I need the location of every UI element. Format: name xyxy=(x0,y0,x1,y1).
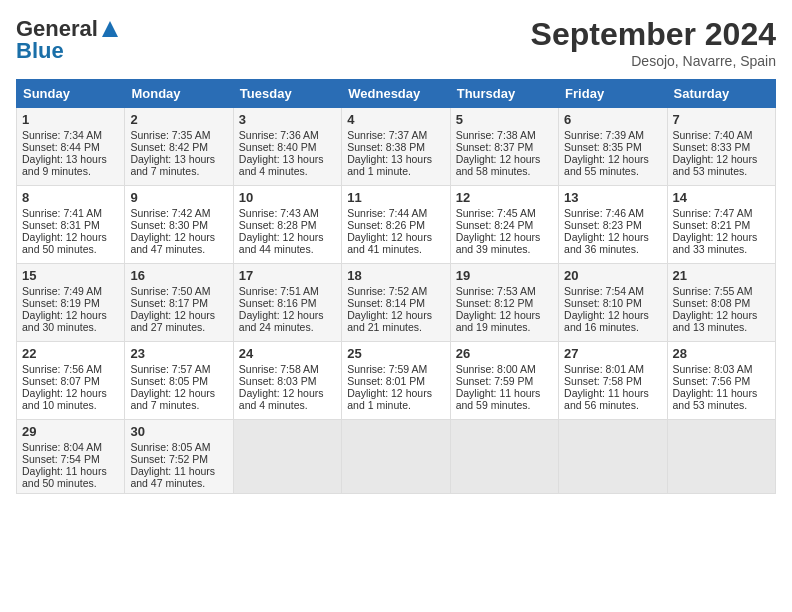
sunrise-text: Sunrise: 8:04 AM xyxy=(22,441,102,453)
day-number: 18 xyxy=(347,268,444,283)
sunrise-text: Sunrise: 7:53 AM xyxy=(456,285,536,297)
daylight-text: Daylight: 12 hours and 19 minutes. xyxy=(456,309,541,333)
daylight-text: Daylight: 12 hours and 4 minutes. xyxy=(239,387,324,411)
sunset-text: Sunset: 8:01 PM xyxy=(347,375,425,387)
calendar-header: General Blue September 2024 Desojo, Nava… xyxy=(16,16,776,69)
day-number: 8 xyxy=(22,190,119,205)
day-number: 14 xyxy=(673,190,770,205)
sunset-text: Sunset: 8:42 PM xyxy=(130,141,208,153)
sunrise-text: Sunrise: 7:39 AM xyxy=(564,129,644,141)
daylight-text: Daylight: 12 hours and 47 minutes. xyxy=(130,231,215,255)
sunrise-text: Sunrise: 7:35 AM xyxy=(130,129,210,141)
sunrise-text: Sunrise: 7:44 AM xyxy=(347,207,427,219)
sunrise-text: Sunrise: 7:55 AM xyxy=(673,285,753,297)
sunrise-text: Sunrise: 7:43 AM xyxy=(239,207,319,219)
sunset-text: Sunset: 8:03 PM xyxy=(239,375,317,387)
col-monday: Monday xyxy=(125,80,233,108)
sunset-text: Sunset: 8:05 PM xyxy=(130,375,208,387)
daylight-text: Daylight: 12 hours and 53 minutes. xyxy=(673,153,758,177)
sunrise-text: Sunrise: 7:49 AM xyxy=(22,285,102,297)
daylight-text: Daylight: 11 hours and 47 minutes. xyxy=(130,465,215,489)
sunset-text: Sunset: 8:19 PM xyxy=(22,297,100,309)
sunrise-text: Sunrise: 7:54 AM xyxy=(564,285,644,297)
sunrise-text: Sunrise: 7:38 AM xyxy=(456,129,536,141)
day-number: 11 xyxy=(347,190,444,205)
sunset-text: Sunset: 8:08 PM xyxy=(673,297,751,309)
header-row: Sunday Monday Tuesday Wednesday Thursday… xyxy=(17,80,776,108)
sunrise-text: Sunrise: 8:03 AM xyxy=(673,363,753,375)
day-number: 7 xyxy=(673,112,770,127)
daylight-text: Daylight: 12 hours and 7 minutes. xyxy=(130,387,215,411)
sunrise-text: Sunrise: 7:40 AM xyxy=(673,129,753,141)
sunrise-text: Sunrise: 7:41 AM xyxy=(22,207,102,219)
table-row: 15Sunrise: 7:49 AMSunset: 8:19 PMDayligh… xyxy=(17,264,125,342)
table-row xyxy=(559,420,667,494)
sunset-text: Sunset: 7:54 PM xyxy=(22,453,100,465)
table-row: 14Sunrise: 7:47 AMSunset: 8:21 PMDayligh… xyxy=(667,186,775,264)
daylight-text: Daylight: 11 hours and 53 minutes. xyxy=(673,387,758,411)
sunset-text: Sunset: 7:58 PM xyxy=(564,375,642,387)
table-row: 25Sunrise: 7:59 AMSunset: 8:01 PMDayligh… xyxy=(342,342,450,420)
table-row: 11Sunrise: 7:44 AMSunset: 8:26 PMDayligh… xyxy=(342,186,450,264)
day-number: 29 xyxy=(22,424,119,439)
daylight-text: Daylight: 12 hours and 55 minutes. xyxy=(564,153,649,177)
daylight-text: Daylight: 12 hours and 10 minutes. xyxy=(22,387,107,411)
day-number: 5 xyxy=(456,112,553,127)
sunrise-text: Sunrise: 7:37 AM xyxy=(347,129,427,141)
day-number: 17 xyxy=(239,268,336,283)
table-row xyxy=(233,420,341,494)
table-row: 4Sunrise: 7:37 AMSunset: 8:38 PMDaylight… xyxy=(342,108,450,186)
table-row: 28Sunrise: 8:03 AMSunset: 7:56 PMDayligh… xyxy=(667,342,775,420)
day-number: 26 xyxy=(456,346,553,361)
day-number: 13 xyxy=(564,190,661,205)
sunset-text: Sunset: 8:44 PM xyxy=(22,141,100,153)
daylight-text: Daylight: 12 hours and 13 minutes. xyxy=(673,309,758,333)
col-thursday: Thursday xyxy=(450,80,558,108)
day-number: 16 xyxy=(130,268,227,283)
sunset-text: Sunset: 8:17 PM xyxy=(130,297,208,309)
daylight-text: Daylight: 12 hours and 44 minutes. xyxy=(239,231,324,255)
daylight-text: Daylight: 12 hours and 21 minutes. xyxy=(347,309,432,333)
sunrise-text: Sunrise: 7:45 AM xyxy=(456,207,536,219)
daylight-text: Daylight: 11 hours and 56 minutes. xyxy=(564,387,649,411)
daylight-text: Daylight: 12 hours and 24 minutes. xyxy=(239,309,324,333)
daylight-text: Daylight: 11 hours and 59 minutes. xyxy=(456,387,541,411)
daylight-text: Daylight: 12 hours and 36 minutes. xyxy=(564,231,649,255)
day-number: 19 xyxy=(456,268,553,283)
sunset-text: Sunset: 8:28 PM xyxy=(239,219,317,231)
sunset-text: Sunset: 8:10 PM xyxy=(564,297,642,309)
logo-blue-text: Blue xyxy=(16,38,64,64)
day-number: 24 xyxy=(239,346,336,361)
sunset-text: Sunset: 8:12 PM xyxy=(456,297,534,309)
svg-marker-0 xyxy=(102,21,118,37)
month-title: September 2024 xyxy=(531,16,776,53)
daylight-text: Daylight: 12 hours and 41 minutes. xyxy=(347,231,432,255)
table-row: 19Sunrise: 7:53 AMSunset: 8:12 PMDayligh… xyxy=(450,264,558,342)
day-number: 10 xyxy=(239,190,336,205)
table-row: 9Sunrise: 7:42 AMSunset: 8:30 PMDaylight… xyxy=(125,186,233,264)
sunset-text: Sunset: 8:21 PM xyxy=(673,219,751,231)
col-tuesday: Tuesday xyxy=(233,80,341,108)
day-number: 2 xyxy=(130,112,227,127)
logo: General Blue xyxy=(16,16,120,64)
table-row: 7Sunrise: 7:40 AMSunset: 8:33 PMDaylight… xyxy=(667,108,775,186)
col-friday: Friday xyxy=(559,80,667,108)
daylight-text: Daylight: 12 hours and 1 minute. xyxy=(347,387,432,411)
sunset-text: Sunset: 7:59 PM xyxy=(456,375,534,387)
calendar-table: Sunday Monday Tuesday Wednesday Thursday… xyxy=(16,79,776,494)
table-row: 3Sunrise: 7:36 AMSunset: 8:40 PMDaylight… xyxy=(233,108,341,186)
sunset-text: Sunset: 8:38 PM xyxy=(347,141,425,153)
sunrise-text: Sunrise: 7:34 AM xyxy=(22,129,102,141)
sunrise-text: Sunrise: 7:58 AM xyxy=(239,363,319,375)
table-row: 26Sunrise: 8:00 AMSunset: 7:59 PMDayligh… xyxy=(450,342,558,420)
table-row: 23Sunrise: 7:57 AMSunset: 8:05 PMDayligh… xyxy=(125,342,233,420)
daylight-text: Daylight: 13 hours and 9 minutes. xyxy=(22,153,107,177)
table-row: 30Sunrise: 8:05 AMSunset: 7:52 PMDayligh… xyxy=(125,420,233,494)
day-number: 21 xyxy=(673,268,770,283)
table-row xyxy=(450,420,558,494)
day-number: 3 xyxy=(239,112,336,127)
table-row: 22Sunrise: 7:56 AMSunset: 8:07 PMDayligh… xyxy=(17,342,125,420)
sunrise-text: Sunrise: 7:59 AM xyxy=(347,363,427,375)
table-row: 8Sunrise: 7:41 AMSunset: 8:31 PMDaylight… xyxy=(17,186,125,264)
sunrise-text: Sunrise: 7:42 AM xyxy=(130,207,210,219)
